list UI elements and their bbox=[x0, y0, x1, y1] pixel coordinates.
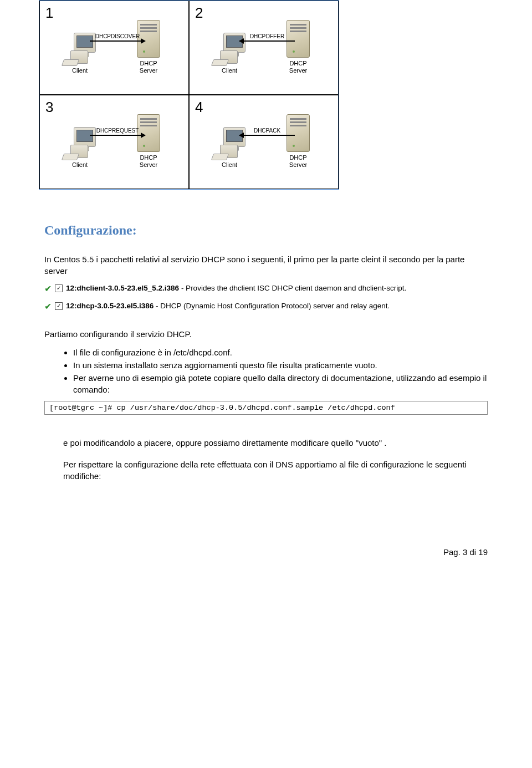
arrow-left-icon bbox=[239, 40, 295, 42]
dhcp-message-arrow: DHCPDISCOVER bbox=[90, 33, 145, 50]
diagram-quadrant: 2ClientDHCPServerDHCPOFFER bbox=[189, 1, 339, 95]
package-list: ✔✓12:dhclient-3.0.5-23.el5_5.2.i386 - Pr… bbox=[44, 283, 488, 314]
package-row: ✔✓12:dhcp-3.0.5-23.el5.i386 - DHCP (Dyna… bbox=[44, 301, 488, 313]
dhcp-message-arrow: DHCPACK bbox=[239, 128, 295, 144]
client-label: Client bbox=[222, 67, 237, 74]
quadrant-number: 2 bbox=[195, 4, 203, 22]
dhcp-message-label: DHCPOFFER bbox=[239, 33, 295, 39]
diagram-quadrant: 4ClientDHCPServerDHCPACK bbox=[189, 95, 339, 189]
package-row: ✔✓12:dhclient-3.0.5-23.el5_5.2.i386 - Pr… bbox=[44, 283, 488, 296]
arrow-right-icon bbox=[90, 40, 145, 42]
server-label: DHCPServer bbox=[140, 154, 157, 169]
package-text: 12:dhclient-3.0.5-23.el5_5.2.i386 - Prov… bbox=[66, 283, 406, 294]
check-icon: ✔ bbox=[44, 301, 52, 313]
dhcp-message-label: DHCPACK bbox=[239, 128, 295, 134]
check-icon: ✔ bbox=[44, 283, 52, 295]
server-label: DHCPServer bbox=[289, 154, 307, 169]
page-footer: Pag. 3 di 19 bbox=[0, 514, 532, 568]
diagram-quadrant: 3ClientDHCPServerDHCPREQUEST bbox=[39, 95, 189, 189]
arrow-right-icon bbox=[90, 135, 145, 136]
dhcp-message-arrow: DHCPREQUEST bbox=[90, 128, 145, 144]
paragraph-modify: e poi modificandolo a piacere, oppure po… bbox=[63, 437, 488, 449]
list-item: Il file di configurazione è in /etc/dhcp… bbox=[73, 347, 488, 358]
config-intro: Partiamo configurando il servizio DHCP. bbox=[44, 328, 488, 340]
client-label: Client bbox=[72, 67, 88, 74]
checkbox-icon: ✓ bbox=[55, 284, 63, 292]
list-item: Per averne uno di esempio già potete cop… bbox=[73, 372, 488, 395]
dhcp-message-label: DHCPREQUEST bbox=[90, 128, 145, 134]
terminal-command: [root@tgrc ~]# cp /usr/share/doc/dhcp-3.… bbox=[44, 401, 488, 415]
list-item: In un sistema installato senza aggiornam… bbox=[73, 359, 488, 371]
server-label: DHCPServer bbox=[140, 60, 157, 74]
quadrant-number: 3 bbox=[45, 99, 53, 116]
package-text: 12:dhcp-3.0.5-23.el5.i386 - DHCP (Dynami… bbox=[66, 301, 390, 312]
client-label: Client bbox=[222, 161, 237, 169]
paragraph-dns-config: Per rispettare la configurazione della r… bbox=[63, 459, 488, 482]
bullet-list: Il file di configurazione è in /etc/dhcp… bbox=[44, 347, 488, 395]
checkbox-icon: ✓ bbox=[55, 302, 63, 310]
quadrant-number: 1 bbox=[45, 4, 53, 22]
dhcp-message-label: DHCPDISCOVER bbox=[90, 33, 145, 39]
arrow-left-icon bbox=[239, 135, 295, 136]
section-heading: Configurazione: bbox=[44, 223, 488, 238]
dhcp-diagram: 1ClientDHCPServerDHCPDISCOVER2ClientDHCP… bbox=[39, 0, 339, 190]
server-label: DHCPServer bbox=[289, 60, 307, 74]
client-label: Client bbox=[72, 161, 88, 169]
diagram-quadrant: 1ClientDHCPServerDHCPDISCOVER bbox=[39, 1, 189, 95]
dhcp-message-arrow: DHCPOFFER bbox=[239, 33, 295, 50]
intro-paragraph: In Centos 5.5 i pacchetti relativi al se… bbox=[44, 253, 488, 277]
quadrant-number: 4 bbox=[195, 99, 203, 116]
